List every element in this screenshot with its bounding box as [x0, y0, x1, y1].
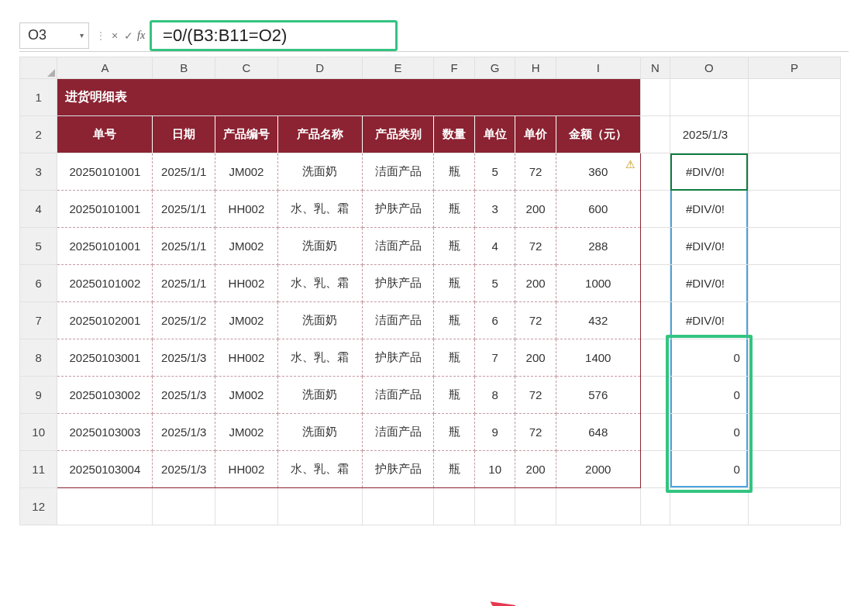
data-cell[interactable]: JM002	[215, 302, 278, 339]
data-cell[interactable]: 洁面产品	[362, 414, 434, 451]
data-cell[interactable]: 10	[474, 451, 515, 488]
formula-result-cell[interactable]: 0	[670, 451, 749, 488]
data-cell[interactable]: 瓶	[434, 265, 474, 302]
cell[interactable]	[640, 116, 670, 153]
data-cell[interactable]: 20250101001	[57, 153, 153, 191]
cell[interactable]	[748, 191, 840, 228]
data-cell[interactable]: 200	[515, 451, 556, 488]
row-header[interactable]: 2	[20, 116, 57, 153]
col-header[interactable]: O	[670, 57, 749, 79]
data-cell[interactable]: JM002	[215, 414, 278, 451]
cell[interactable]	[748, 339, 840, 377]
cell[interactable]	[515, 488, 556, 525]
cell[interactable]	[748, 302, 840, 339]
data-cell[interactable]: 20250101001	[57, 228, 153, 265]
cell[interactable]	[474, 488, 515, 525]
cell[interactable]	[640, 228, 670, 265]
cell[interactable]	[748, 116, 840, 153]
data-cell[interactable]: 瓶	[434, 228, 474, 265]
row-header[interactable]: 5	[20, 228, 57, 265]
cancel-icon[interactable]: ×	[108, 29, 122, 42]
data-cell[interactable]: 2025/1/3	[153, 414, 215, 451]
table-header[interactable]: 产品名称	[277, 116, 362, 153]
data-cell[interactable]: 5	[474, 265, 515, 302]
data-cell[interactable]: 2025/1/1	[153, 191, 215, 228]
row-header[interactable]: 12	[20, 488, 57, 525]
cell[interactable]	[640, 339, 670, 377]
col-header[interactable]: D	[277, 57, 362, 79]
data-cell[interactable]: 72	[515, 153, 556, 191]
data-cell[interactable]: 洁面产品	[362, 228, 434, 265]
data-cell[interactable]: 2025/1/1	[153, 265, 215, 302]
data-cell[interactable]: 洁面产品	[362, 302, 434, 339]
data-cell[interactable]: 288	[556, 228, 640, 265]
data-cell[interactable]: 2025/1/3	[153, 451, 215, 488]
row-header[interactable]: 11	[20, 451, 57, 488]
cell[interactable]	[748, 414, 840, 451]
data-cell[interactable]: HH002	[215, 265, 278, 302]
cell[interactable]	[434, 488, 474, 525]
data-cell[interactable]: 8	[474, 377, 515, 414]
row-header[interactable]: 1	[20, 79, 57, 116]
data-cell[interactable]: 2025/1/2	[153, 302, 215, 339]
data-cell[interactable]: 洗面奶	[277, 153, 362, 191]
data-cell[interactable]: 2025/1/3	[153, 339, 215, 377]
spreadsheet-grid[interactable]: A B C D E F G H I N O P 1 进货明细表 2 单号 日期 …	[19, 57, 841, 525]
data-cell[interactable]: 1400	[556, 339, 640, 377]
name-box-dropdown-icon[interactable]: ▾	[80, 31, 84, 40]
enter-icon[interactable]: ✓	[122, 29, 136, 42]
formula-result-cell[interactable]: #DIV/0!	[670, 302, 749, 339]
data-cell[interactable]: 瓶	[434, 377, 474, 414]
data-cell[interactable]: 洁面产品	[362, 153, 434, 191]
cell[interactable]	[748, 451, 840, 488]
fx-icon[interactable]: fx	[137, 29, 145, 42]
data-cell[interactable]: 洗面奶	[277, 414, 362, 451]
col-header[interactable]: H	[515, 57, 556, 79]
col-header[interactable]: A	[57, 57, 153, 79]
data-cell[interactable]: 200	[515, 191, 556, 228]
cell[interactable]	[748, 377, 840, 414]
cell[interactable]	[670, 79, 749, 116]
formula-input[interactable]: =0/(B3:B11=O2)	[150, 20, 398, 51]
cell[interactable]	[640, 302, 670, 339]
formula-result-cell[interactable]: #DIV/0!	[670, 228, 749, 265]
data-cell[interactable]: 600	[556, 191, 640, 228]
row-header[interactable]: 4	[20, 191, 57, 228]
data-cell[interactable]: 1000	[556, 265, 640, 302]
data-cell[interactable]: 护肤产品	[362, 191, 434, 228]
row-header[interactable]: 7	[20, 302, 57, 339]
data-cell[interactable]: JM002	[215, 153, 278, 191]
table-header[interactable]: 数量	[434, 116, 474, 153]
data-cell[interactable]: 4	[474, 228, 515, 265]
data-cell[interactable]: 水、乳、霜	[277, 191, 362, 228]
data-cell[interactable]: 72	[515, 302, 556, 339]
data-cell[interactable]: 2025/1/1	[153, 153, 215, 191]
data-cell[interactable]: 72	[515, 377, 556, 414]
cell[interactable]	[556, 488, 640, 525]
error-warning-icon[interactable]: ⚠	[625, 158, 638, 169]
cell[interactable]	[362, 488, 434, 525]
data-cell[interactable]: 20250103003	[57, 414, 153, 451]
row-header[interactable]: 8	[20, 339, 57, 377]
cell[interactable]	[153, 488, 215, 525]
data-cell[interactable]: 洗面奶	[277, 228, 362, 265]
data-cell[interactable]: 7	[474, 339, 515, 377]
cell[interactable]	[640, 191, 670, 228]
data-cell[interactable]: 水、乳、霜	[277, 339, 362, 377]
data-cell[interactable]: 瓶	[434, 191, 474, 228]
table-header[interactable]: 产品类别	[362, 116, 434, 153]
cell[interactable]	[748, 228, 840, 265]
data-cell[interactable]: 72	[515, 414, 556, 451]
cell[interactable]	[640, 414, 670, 451]
formula-result-cell[interactable]: #DIV/0!	[670, 265, 749, 302]
criteria-cell[interactable]: 2025/1/3	[670, 116, 749, 153]
data-cell[interactable]: 20250103004	[57, 451, 153, 488]
table-header[interactable]: 单位	[474, 116, 515, 153]
col-header[interactable]: E	[362, 57, 434, 79]
table-header[interactable]: 金额（元）	[556, 116, 640, 153]
cell[interactable]	[57, 488, 153, 525]
data-cell[interactable]: 20250103001	[57, 339, 153, 377]
table-header[interactable]: 产品编号	[215, 116, 278, 153]
data-cell[interactable]: 3	[474, 191, 515, 228]
data-cell[interactable]: 576	[556, 377, 640, 414]
